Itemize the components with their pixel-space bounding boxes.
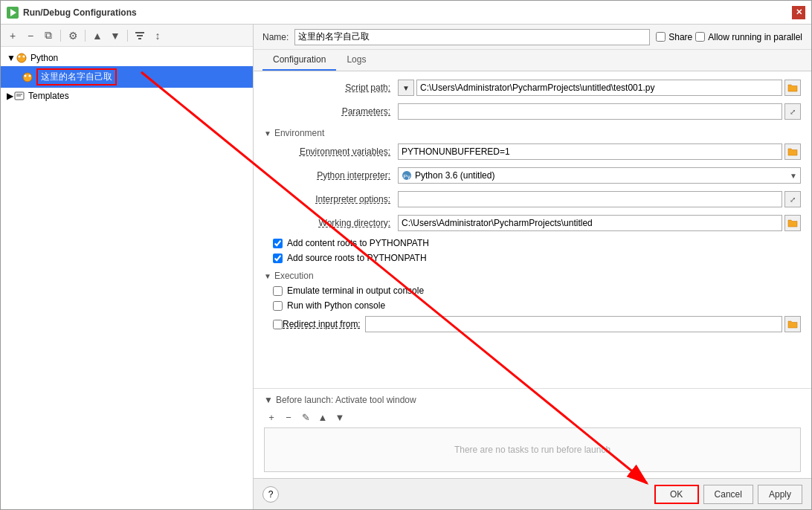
svg-point-6 [18, 56, 20, 58]
env-vars-browse-btn[interactable] [784, 143, 801, 160]
add-source-roots-label: Add source roots to PYTHONPATH [287, 253, 427, 263]
add-content-roots-row: Add content roots to PYTHONPATH [264, 238, 801, 248]
working-dir-browse-btn[interactable] [784, 215, 801, 231]
main-content: + − ⧉ ⚙ ▲ ▼ [1, 25, 811, 509]
svg-rect-2 [135, 32, 144, 33]
interpreter-select[interactable]: Py Python 3.6 (untitled) ▼ [398, 167, 801, 184]
parameters-label: Parameters: [264, 106, 398, 117]
launch-remove-btn[interactable]: − [281, 410, 296, 425]
config-item-label: 这里的名字自己取 [36, 68, 117, 85]
tab-logs[interactable]: Logs [336, 50, 376, 71]
interpreter-options-row: Interpreter options: ⤢ [264, 190, 801, 208]
python-select-icon: Py [402, 170, 412, 181]
interpreter-value: Python 3.6 (untitled) [415, 170, 790, 181]
svg-rect-3 [137, 35, 143, 36]
launch-edit-btn[interactable]: ✎ [298, 410, 313, 425]
parameters-expand-btn[interactable]: ⤢ [784, 103, 801, 120]
launch-add-btn[interactable]: + [264, 410, 279, 425]
ok-button[interactable]: OK [654, 485, 699, 504]
templates-label: Templates [28, 91, 69, 101]
environment-section: ▼ Environment [264, 128, 801, 138]
interpreter-options-label: Interpreter options: [264, 194, 398, 204]
filter-icon [135, 30, 145, 41]
launch-toolbar: + − ✎ ▲ ▼ [264, 410, 801, 425]
before-launch-section: ▼ Before launch: Activate tool window + … [254, 388, 811, 478]
copy-config-button[interactable]: ⧉ [41, 28, 56, 43]
run-python-console-checkbox[interactable] [273, 301, 283, 311]
config-item[interactable]: 这里的名字自己取 [1, 66, 253, 88]
emulate-terminal-checkbox[interactable] [273, 286, 283, 296]
left-panel: + − ⧉ ⚙ ▲ ▼ [1, 25, 254, 509]
move-up-button[interactable]: ▲ [90, 28, 105, 43]
config-tree: ▼ Python [1, 47, 253, 509]
interpreter-row: Python interpreter: Py Python 3.6 (untit… [264, 167, 801, 184]
launch-down-btn[interactable]: ▼ [332, 410, 347, 425]
python-group-icon [16, 52, 28, 64]
share-label: Share [668, 32, 692, 42]
redirect-input-label: Redirect input from: [283, 319, 361, 329]
tab-bar: Configuration Logs [254, 50, 811, 71]
redirect-input-field[interactable] [365, 316, 782, 332]
interpreter-options-expand-btn[interactable]: ⤢ [784, 191, 801, 207]
cancel-button[interactable]: Cancel [703, 485, 753, 504]
share-group: Share Allow running in parallel [656, 32, 802, 42]
parameters-input[interactable] [398, 103, 782, 120]
add-config-button[interactable]: + [5, 28, 20, 43]
name-label: Name: [262, 32, 289, 42]
redirect-input-row: Redirect input from: [264, 315, 801, 333]
parameters-row: Parameters: ⤢ [264, 103, 801, 120]
emulate-terminal-row: Emulate terminal in output console [264, 285, 801, 296]
config-form: Script path: ▼ Parameters: [254, 71, 811, 388]
env-vars-input[interactable] [398, 143, 782, 160]
folder-icon [787, 83, 798, 92]
right-panel: Name: Share Allow running in parallel Co… [254, 25, 811, 509]
name-bar: Name: Share Allow running in parallel [254, 25, 811, 50]
templates-expand-arrow: ▶ [7, 91, 13, 101]
share-checkbox[interactable] [656, 32, 666, 42]
move-down-button[interactable]: ▼ [108, 28, 123, 43]
redirect-browse-btn[interactable] [784, 316, 801, 332]
add-source-roots-row: Add source roots to PYTHONPATH [264, 253, 801, 263]
working-dir-input[interactable] [398, 215, 782, 231]
interpreter-options-input[interactable] [398, 191, 782, 207]
config-item-icon [22, 71, 33, 83]
apply-button[interactable]: Apply [758, 485, 802, 504]
interpreter-options-group: ⤢ [398, 191, 801, 207]
help-button[interactable]: ? [262, 486, 279, 503]
templates-group[interactable]: ▶ Templates [1, 88, 253, 104]
execution-section: ▼ Execution [264, 271, 801, 281]
svg-point-9 [25, 74, 27, 77]
python-expand-arrow: ▼ [7, 53, 16, 63]
working-dir-group [398, 215, 801, 231]
tab-configuration[interactable]: Configuration [262, 50, 336, 71]
svg-point-5 [17, 54, 26, 62]
script-path-type-btn[interactable]: ▼ [398, 80, 414, 96]
python-group[interactable]: ▼ Python [1, 50, 253, 66]
close-button[interactable]: ✕ [792, 6, 805, 19]
redirect-input-checkbox[interactable] [273, 320, 283, 329]
add-content-roots-label: Add content roots to PYTHONPATH [287, 238, 429, 248]
interpreter-input-group: Py Python 3.6 (untitled) ▼ [398, 167, 801, 184]
launch-up-btn[interactable]: ▲ [315, 410, 330, 425]
name-input[interactable] [294, 29, 650, 45]
script-path-input[interactable] [416, 80, 782, 96]
script-path-label: Script path: [264, 83, 398, 93]
script-path-row: Script path: ▼ [264, 79, 801, 97]
settings-button[interactable]: ⚙ [65, 28, 80, 43]
env-vars-row: Environment variables: [264, 143, 801, 161]
main-window: Run/Debug Configurations ✕ + − ⧉ ⚙ [0, 0, 812, 510]
folder-icon-3 [787, 219, 798, 227]
parameters-input-group: ⤢ [398, 103, 801, 120]
parallel-checkbox[interactable] [695, 32, 705, 42]
toolbar-separator-1 [60, 30, 61, 42]
script-path-browse-btn[interactable] [784, 80, 801, 96]
parallel-label: Allow running in parallel [708, 32, 802, 42]
svg-rect-4 [138, 38, 141, 39]
env-vars-input-group [398, 143, 801, 160]
add-content-roots-checkbox[interactable] [273, 239, 283, 248]
add-source-roots-checkbox[interactable] [273, 254, 283, 263]
env-vars-label: Environment variables: [264, 146, 398, 157]
remove-config-button[interactable]: − [23, 28, 38, 43]
filter-button[interactable] [132, 28, 147, 43]
sort-button[interactable]: ↕ [150, 28, 165, 43]
